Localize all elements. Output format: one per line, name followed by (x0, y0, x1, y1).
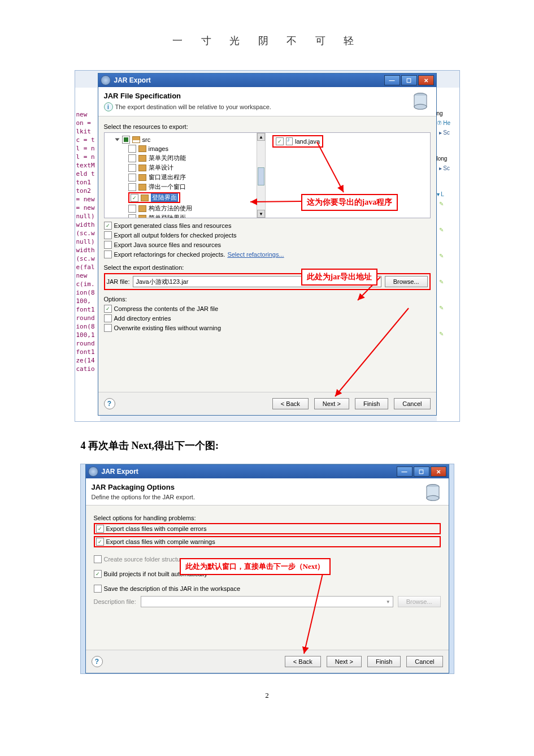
scrollbar[interactable]: ▲ ▼ (257, 133, 265, 218)
help-icon[interactable]: ? (104, 398, 115, 409)
scroll-up-icon[interactable]: ▲ (257, 133, 265, 141)
cancel-button[interactable]: Cancel (406, 656, 442, 667)
next-button[interactable]: Next > (314, 398, 349, 409)
file-label: land.java (295, 138, 320, 145)
handling-problems-label: Select options for handling problems: (94, 515, 441, 521)
opt-label: Export refactorings for checked projects… (114, 251, 225, 258)
checkbox[interactable] (122, 136, 130, 144)
checkbox[interactable]: ✓ (96, 525, 104, 533)
checkbox[interactable] (104, 231, 112, 239)
java-file-icon (286, 137, 293, 145)
dropdown-icon[interactable]: ▼ (386, 599, 390, 604)
checkbox[interactable] (128, 214, 136, 218)
resource-tree[interactable]: src images菜单关闭功能菜单设计窗口退出程序弹出一个窗口✓登陆界面构造方… (105, 133, 266, 218)
minimize-button[interactable]: — (397, 466, 413, 477)
opt-label: Export class files with compile warnings (106, 538, 215, 545)
package-icon (138, 145, 146, 152)
checkbox[interactable] (128, 183, 136, 191)
maximize-button[interactable]: ☐ (401, 75, 417, 85)
annotation-java-program: 这为你要导出的java程序 (301, 194, 398, 211)
close-button[interactable]: ✕ (418, 75, 434, 85)
annotation-jar-dest: 此处为jar导出地址 (301, 269, 378, 286)
opt-label: Overwrite existing files without warning (114, 325, 222, 331)
close-button[interactable]: ✕ (431, 466, 446, 477)
checkbox[interactable]: ✓ (96, 538, 104, 546)
back-button[interactable]: < Back (272, 398, 309, 409)
help-icon[interactable]: ? (92, 656, 103, 667)
opt-label: Add directory entries (114, 315, 171, 322)
checkbox[interactable] (94, 555, 102, 563)
browse-button: Browse... (398, 596, 441, 607)
checkbox[interactable] (104, 314, 112, 322)
opt-label: Create source folder structure (104, 556, 186, 563)
checkbox[interactable]: ✓ (94, 570, 102, 578)
opt-label: Export generated class files and resourc… (114, 222, 232, 229)
checkbox[interactable] (104, 250, 112, 258)
checkbox[interactable] (128, 164, 136, 172)
opt-label: Export class files with compile errors (106, 525, 207, 532)
package-icon (132, 136, 140, 143)
banner-title: JAR File Specification (104, 92, 431, 100)
opt-label: Compress the contents of the JAR file (114, 305, 219, 312)
checkbox[interactable]: ✓ (104, 305, 112, 313)
cancel-button[interactable]: Cancel (394, 398, 430, 409)
banner-info: The export destination will be relative … (115, 103, 271, 110)
minimize-button[interactable]: — (384, 75, 400, 85)
step-4-text: 4 再次单击 Next,得出下一个图: (81, 439, 454, 452)
next-button[interactable]: Next > (327, 656, 362, 667)
checkbox[interactable]: ✓ (104, 222, 112, 230)
dialog-title: JAR Export (114, 76, 384, 84)
jar-export-dialog: JAR Export — ☐ ✕ JAR File Specification … (98, 73, 437, 416)
opt-label: Export all output folders for checked pr… (114, 232, 237, 239)
package-icon (138, 165, 146, 171)
back-icon[interactable] (101, 75, 111, 85)
dialog-titlebar[interactable]: JAR Export — ☐ ✕ (98, 74, 436, 87)
package-icon (138, 155, 146, 162)
scroll-thumb[interactable] (258, 167, 264, 185)
checkbox[interactable] (94, 585, 102, 593)
checkbox[interactable] (128, 174, 136, 182)
jar-file-label: JAR file: (107, 278, 130, 285)
package-icon (138, 215, 146, 218)
opt-label: Export Java source files and resources (114, 241, 222, 248)
dest-label: Select the export destination: (104, 264, 431, 271)
package-icon (141, 195, 149, 201)
doc-header: 一 寸 光 阴 不 可 轻 (0, 34, 534, 47)
svg-point-1 (414, 104, 427, 109)
finish-button[interactable]: Finish (355, 398, 388, 409)
dialog-banner: JAR Packaging Options Define the options… (86, 478, 449, 506)
tree-label: 登陆界面 (151, 193, 178, 202)
back-icon[interactable] (88, 466, 98, 477)
tree-label: images (149, 145, 168, 152)
back-button[interactable]: < Back (285, 656, 321, 667)
finish-button[interactable]: Finish (367, 656, 401, 667)
browse-button[interactable]: Browse... (385, 276, 428, 287)
page-number: 2 (0, 691, 534, 700)
tree-label: 菜单设计 (149, 163, 173, 172)
checkbox[interactable] (128, 145, 136, 153)
select-refactorings-link[interactable]: Select refactorings... (227, 251, 284, 258)
checkbox[interactable] (104, 324, 112, 332)
tree-label: 弹出一个窗口 (149, 183, 186, 191)
checkbox[interactable] (128, 154, 136, 162)
scroll-down-icon[interactable]: ▼ (257, 210, 265, 218)
checkbox[interactable]: ✓ (131, 194, 138, 202)
checkbox[interactable] (128, 205, 136, 213)
select-resources-label: Select the resources to export: (104, 123, 431, 130)
banner-title: JAR Packaging Options (92, 483, 443, 491)
banner-info: Define the options for the JAR export. (92, 494, 195, 500)
checkbox[interactable]: ✓ (276, 137, 284, 145)
tree-label: 窗口退出程序 (149, 173, 186, 182)
dialog-banner: JAR File Specification i The export dest… (98, 87, 436, 116)
tree-label: 简单登陆界面 (149, 214, 186, 218)
desc-file-label: Description file: (94, 598, 136, 605)
checkbox[interactable] (104, 241, 112, 249)
screenshot-2: JAR Export — ☐ ✕ JAR Packaging Options D… (80, 464, 454, 674)
expand-icon[interactable] (115, 139, 119, 141)
jar-icon (420, 481, 445, 506)
options-label: Options: (104, 296, 431, 303)
maximize-button[interactable]: ☐ (414, 466, 429, 477)
package-icon (138, 184, 146, 191)
desc-file-combo[interactable]: ▼ (141, 596, 393, 607)
dialog-titlebar[interactable]: JAR Export — ☐ ✕ (86, 465, 449, 478)
